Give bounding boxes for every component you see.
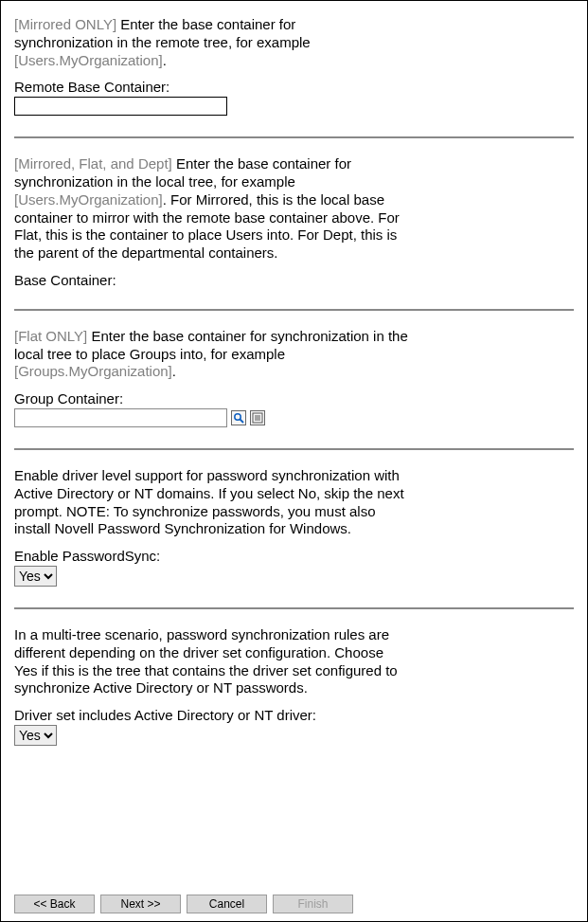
password-sync-label: Enable PasswordSync: [14, 548, 574, 564]
section-base-container: [Mirrored, Flat, and Dept] Enter the bas… [14, 155, 574, 288]
section-driver-set: In a multi-tree scenario, password synch… [14, 626, 574, 746]
driver-set-label: Driver set includes Active Directory or … [14, 707, 574, 723]
example-text: [Users.MyOrganization] [14, 52, 163, 68]
divider [14, 136, 574, 138]
finish-button: Finish [273, 895, 353, 913]
remote-base-label: Remote Base Container: [14, 79, 574, 95]
svg-line-1 [241, 420, 244, 424]
base-container-label: Base Container: [14, 272, 574, 288]
section-remote-base-container: [Mirrored ONLY] Enter the base container… [14, 16, 574, 116]
example-text: [Groups.MyOrganization] [14, 363, 172, 379]
group-container-input[interactable] [14, 408, 227, 427]
tag-flat-only: [Flat ONLY] [14, 328, 87, 344]
desc-tail: . [163, 52, 167, 68]
password-sync-select[interactable]: Yes [14, 566, 57, 587]
driver-set-desc: In a multi-tree scenario, password synch… [14, 626, 402, 697]
driver-set-select[interactable]: Yes [14, 725, 57, 746]
password-sync-desc: Enable driver level support for password… [14, 467, 412, 538]
base-container-desc: [Mirrored, Flat, and Dept] Enter the bas… [14, 155, 402, 262]
example-text: [Users.MyOrganization] [14, 191, 163, 208]
wizard-footer: << Back Next >> Cancel Finish [14, 895, 353, 913]
remote-base-input[interactable] [14, 97, 227, 116]
group-container-label: Group Container: [14, 390, 574, 407]
browse-icon[interactable] [231, 410, 246, 425]
back-button[interactable]: << Back [14, 895, 95, 913]
tag-mirrored-only: [Mirrored ONLY] [14, 16, 116, 32]
cancel-button[interactable]: Cancel [187, 895, 267, 913]
section-group-container: [Flat ONLY] Enter the base container for… [14, 328, 574, 427]
remote-base-desc: [Mirrored ONLY] Enter the base container… [14, 16, 355, 69]
divider [14, 309, 574, 311]
desc-tail: . [172, 363, 176, 379]
group-container-desc: [Flat ONLY] Enter the base container for… [14, 328, 412, 381]
history-icon[interactable] [250, 410, 265, 425]
divider [14, 448, 574, 450]
svg-point-0 [235, 414, 241, 420]
section-password-sync: Enable driver level support for password… [14, 467, 574, 587]
next-button[interactable]: Next >> [100, 895, 181, 913]
divider [14, 607, 574, 609]
tag-mirrored-flat-dept: [Mirrored, Flat, and Dept] [14, 155, 172, 172]
